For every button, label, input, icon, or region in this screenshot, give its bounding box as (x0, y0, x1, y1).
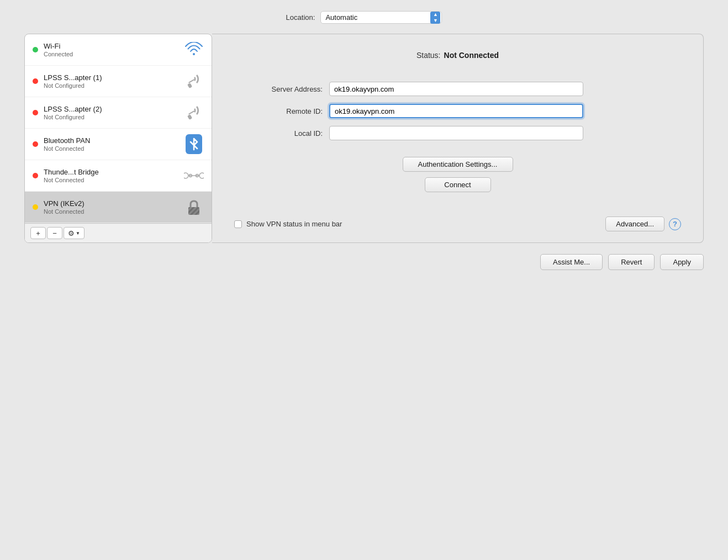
footer-row: Assist Me... Revert Apply (24, 254, 704, 270)
lpss1-name: LPSS S...apter (1) (44, 73, 184, 82)
sidebar: Wi-Fi Connected LPSS S...a (24, 34, 212, 243)
sidebar-toolbar: + − ⚙ ▼ (25, 223, 212, 242)
svg-rect-1 (188, 79, 194, 83)
svg-point-0 (193, 53, 195, 55)
bluetooth-status-dot (33, 141, 38, 147)
svg-rect-3 (188, 110, 194, 115)
show-vpn-label: Show VPN status in menu bar (246, 220, 342, 228)
bottom-right-buttons: Advanced... ? (605, 216, 681, 231)
location-select[interactable]: Automatic ▲ ▼ (320, 11, 442, 24)
thunderbolt-info: Thunde...t Bridge Not Connected (44, 168, 184, 183)
lpss2-status-dot (33, 110, 38, 115)
server-address-row: Server Address: (234, 82, 681, 96)
local-id-label: Local ID: (234, 129, 323, 138)
location-arrow-icon: ▲ ▼ (430, 12, 440, 24)
remote-id-label: Remote ID: (234, 107, 323, 115)
svg-rect-12 (188, 207, 199, 215)
wifi-status: Connected (44, 51, 184, 57)
status-row: Status: Not Connected (234, 51, 681, 60)
lpss1-status: Not Configured (44, 82, 184, 89)
lpss1-info: LPSS S...apter (1) Not Configured (44, 73, 184, 89)
vpn-icon (184, 197, 204, 217)
lpss2-icon (184, 103, 204, 123)
revert-button[interactable]: Revert (608, 254, 655, 270)
gear-icon: ⚙ (68, 229, 75, 237)
server-address-label: Server Address: (234, 85, 323, 93)
form-section: Server Address: Remote ID: Local ID: (234, 82, 681, 140)
lpss1-icon (184, 71, 204, 91)
add-button[interactable]: + (30, 227, 46, 239)
bluetooth-name: Bluetooth PAN (44, 136, 184, 145)
apply-button[interactable]: Apply (660, 254, 704, 270)
main-container: Wi-Fi Connected LPSS S...a (24, 34, 704, 243)
sidebar-item-lpss2[interactable]: LPSS S...apter (2) Not Configured (25, 97, 212, 129)
vpn-name: VPN (IKEv2) (44, 199, 184, 208)
status-value: Not Connected (444, 51, 499, 60)
sidebar-item-lpss1[interactable]: LPSS S...apter (1) Not Configured (25, 66, 212, 97)
wifi-name: Wi-Fi (44, 42, 184, 50)
wifi-icon (184, 40, 204, 60)
vpn-status-dot (33, 204, 38, 210)
bluetooth-info: Bluetooth PAN Not Connected (44, 136, 184, 152)
advanced-button[interactable]: Advanced... (605, 216, 664, 231)
location-bar: Location: Automatic ▲ ▼ (286, 11, 442, 24)
vpn-status: Not Connected (44, 208, 184, 215)
sidebar-item-thunderbolt[interactable]: Thunde...t Bridge Not Connected (25, 160, 212, 192)
thunderbolt-status: Not Connected (44, 177, 184, 183)
remove-button[interactable]: − (47, 227, 62, 239)
svg-point-6 (184, 173, 188, 178)
lpss2-status: Not Configured (44, 114, 184, 120)
bluetooth-icon (184, 134, 204, 154)
sidebar-item-wifi[interactable]: Wi-Fi Connected (25, 34, 212, 66)
auth-settings-button[interactable]: Authentication Settings... (403, 157, 513, 172)
show-vpn-row: Show VPN status in menu bar (234, 220, 342, 228)
thunderbolt-status-dot (33, 173, 38, 178)
thunderbolt-icon (184, 166, 204, 186)
server-address-input[interactable] (329, 82, 583, 96)
bottom-section: Show VPN status in menu bar Advanced... … (234, 216, 681, 231)
gear-button[interactable]: ⚙ ▼ (64, 227, 85, 239)
svg-point-7 (199, 173, 204, 178)
help-button[interactable]: ? (669, 218, 681, 230)
assist-me-button[interactable]: Assist Me... (540, 254, 603, 270)
lpss1-status-dot (33, 78, 38, 84)
svg-rect-2 (187, 83, 192, 88)
lpss2-name: LPSS S...apter (2) (44, 105, 184, 113)
remote-id-input[interactable] (329, 104, 583, 118)
local-id-input[interactable] (329, 126, 583, 140)
sidebar-item-bluetooth[interactable]: Bluetooth PAN Not Connected (25, 129, 212, 160)
gear-dropdown-icon: ▼ (76, 231, 80, 236)
wifi-info: Wi-Fi Connected (44, 42, 184, 57)
sidebar-item-vpn[interactable]: VPN (IKEv2) Not Connected (25, 192, 212, 223)
svg-rect-4 (187, 114, 192, 120)
thunderbolt-name: Thunde...t Bridge (44, 168, 184, 176)
local-id-row: Local ID: (234, 126, 681, 140)
connect-button[interactable]: Connect (425, 177, 491, 192)
bluetooth-status: Not Connected (44, 145, 184, 152)
location-value: Automatic (325, 13, 357, 22)
location-label: Location: (286, 13, 315, 22)
buttons-section: Authentication Settings... Connect (234, 157, 681, 192)
show-vpn-checkbox[interactable] (234, 220, 242, 228)
detail-panel: Status: Not Connected Server Address: Re… (212, 34, 704, 243)
wifi-status-dot (33, 47, 38, 52)
lpss2-info: LPSS S...apter (2) Not Configured (44, 105, 184, 120)
remote-id-row: Remote ID: (234, 104, 681, 118)
vpn-info: VPN (IKEv2) Not Connected (44, 199, 184, 215)
sidebar-list: Wi-Fi Connected LPSS S...a (25, 34, 212, 223)
status-label: Status: (416, 51, 441, 60)
